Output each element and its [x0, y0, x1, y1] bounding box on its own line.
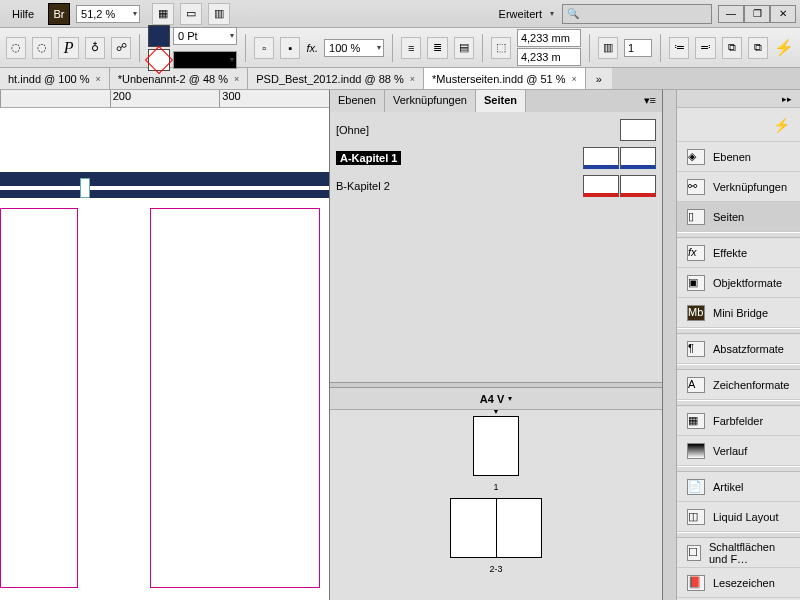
palette-farbfelder[interactable]: ▦Farbfelder [677, 406, 800, 436]
close-icon[interactable]: × [96, 74, 101, 84]
stroke-swatch[interactable] [148, 49, 170, 71]
palette-collapse-bar[interactable] [663, 90, 677, 600]
tab-label: PSD_Best_2012.indd @ 88 % [256, 73, 404, 85]
document-tab-strip: ht.indd @ 100 %× *Unbenannt-2 @ 48 %× PS… [0, 68, 800, 90]
pathfinder-icon[interactable]: ☍ [111, 37, 131, 59]
fx-icon[interactable]: ▪ [280, 37, 300, 59]
master-name: B-Kapitel 2 [336, 180, 390, 192]
zoom-dropdown[interactable]: 51,2 % [76, 5, 140, 23]
master-name: [Ohne] [336, 124, 369, 136]
palette-seiten[interactable]: ▯Seiten [677, 202, 800, 232]
tab-overflow-button[interactable]: » [586, 68, 612, 89]
palette-column: ▸▸ ⚡ ◈Ebenen ⚯Verknüpfungen ▯Seiten fxEf… [677, 90, 800, 600]
columns-icon[interactable]: ▥ [598, 37, 618, 59]
misc-icon[interactable]: ⧉ [748, 37, 768, 59]
fill-swatch[interactable] [148, 25, 170, 47]
master-thumb[interactable] [620, 119, 656, 141]
frame-fit-icon[interactable]: ⬚ [491, 37, 511, 59]
document-tab[interactable]: PSD_Best_2012.indd @ 88 %× [248, 68, 424, 89]
swatches-icon: ▦ [687, 413, 705, 429]
document-tab[interactable]: *Musterseiten.indd @ 51 %× [424, 68, 586, 89]
close-icon[interactable]: × [572, 74, 577, 84]
palette-verknuepfungen[interactable]: ⚯Verknüpfungen [677, 172, 800, 202]
tab-label: *Musterseiten.indd @ 51 % [432, 73, 565, 85]
selection-handle[interactable] [80, 178, 90, 198]
menubar: Hilfe Br 51,2 % ▦ ▭ ▥ Erweitert 🔍 — ❐ ✕ [0, 0, 800, 28]
palette-lesezeichen[interactable]: 📕Lesezeichen [677, 568, 800, 598]
opacity-field[interactable]: 100 % [324, 39, 384, 57]
master-thumb-spread[interactable] [583, 147, 656, 169]
workspace-dropdown[interactable]: Erweitert [495, 5, 556, 23]
align-icon[interactable]: ≕ [695, 37, 715, 59]
close-icon[interactable]: × [410, 74, 415, 84]
tab-label: ht.indd @ 100 % [8, 73, 90, 85]
arrange-icon[interactable]: ▥ [208, 3, 230, 25]
quick-apply-icon[interactable]: ⚡ [774, 38, 794, 57]
paragraph-styles-icon: ¶ [687, 341, 705, 357]
close-icon[interactable]: × [234, 74, 239, 84]
palette-schaltflaechen[interactable]: ☐Schaltflächen und F… [677, 538, 800, 568]
pages-icon: ▯ [687, 209, 705, 225]
search-input[interactable]: 🔍 [562, 4, 712, 24]
menu-help[interactable]: Hilfe [4, 4, 42, 24]
palette-collapse-button[interactable]: ▸▸ [677, 90, 800, 108]
links-icon: ⚯ [687, 179, 705, 195]
window-minimize-button[interactable]: — [718, 5, 744, 23]
bridge-icon: Mb [687, 305, 705, 321]
document-tab[interactable]: *Unbenannt-2 @ 48 %× [110, 68, 249, 89]
page-thumb-1[interactable] [473, 416, 519, 476]
window-restore-button[interactable]: ❐ [744, 5, 770, 23]
quick-apply-icon[interactable]: ⚡ [677, 108, 800, 142]
palette-liquid-layout[interactable]: ◫Liquid Layout [677, 502, 800, 532]
view-layout-icon[interactable]: ▦ [152, 3, 174, 25]
textwrap-icon[interactable]: ≡ [401, 37, 421, 59]
palette-absatzformate[interactable]: ¶Absatzformate [677, 334, 800, 364]
height-field[interactable]: 4,233 m [517, 48, 581, 66]
width-field[interactable]: 4,233 mm [517, 29, 581, 47]
textwrap-icon[interactable]: ≣ [427, 37, 447, 59]
article-icon: 📄 [687, 479, 705, 495]
align-icon[interactable]: ≔ [669, 37, 689, 59]
pages-panel: Ebenen Verknüpfungen Seiten ▾≡ [Ohne] A-… [330, 90, 663, 600]
pathfinder-icon[interactable]: ♁ [85, 37, 105, 59]
panel-tab-seiten[interactable]: Seiten [476, 90, 526, 112]
window-close-button[interactable]: ✕ [770, 5, 796, 23]
tool-icon[interactable]: ◌ [6, 37, 26, 59]
master-row-a[interactable]: A-Kapitel 1 [336, 144, 656, 172]
fx-label: fx. [306, 42, 318, 54]
bookmarks-icon: 📕 [687, 575, 705, 591]
columns-field[interactable]: 1 [624, 39, 652, 57]
document-tab[interactable]: ht.indd @ 100 %× [0, 68, 110, 89]
screenmode-icon[interactable]: ▭ [180, 3, 202, 25]
page-decoration-band [0, 190, 329, 198]
page-thumb-2-3[interactable] [450, 498, 542, 558]
page-number-label: 1 [493, 482, 498, 492]
search-icon: 🔍 [567, 8, 579, 19]
type-path-icon[interactable]: P [58, 37, 78, 59]
stroke-style-dropdown[interactable] [173, 51, 237, 69]
fx-icon[interactable]: ▫ [254, 37, 274, 59]
palette-minibridge[interactable]: MbMini Bridge [677, 298, 800, 328]
misc-icon[interactable]: ⧉ [722, 37, 742, 59]
stroke-weight-field[interactable]: 0 Pt [173, 27, 237, 45]
palette-zeichenformate[interactable]: AZeichenformate [677, 370, 800, 400]
palette-objektformate[interactable]: ▣Objektformate [677, 268, 800, 298]
palette-verlauf[interactable]: Verlauf [677, 436, 800, 466]
master-row-b[interactable]: B-Kapitel 2 [336, 172, 656, 200]
panel-tab-verknuepfungen[interactable]: Verknüpfungen [385, 90, 476, 112]
canvas-area[interactable]: 200300 [0, 90, 330, 600]
panel-tab-ebenen[interactable]: Ebenen [330, 90, 385, 112]
palette-artikel[interactable]: 📄Artikel [677, 472, 800, 502]
master-row-none[interactable]: [Ohne] [336, 116, 656, 144]
master-thumb-spread[interactable] [583, 175, 656, 197]
palette-effekte[interactable]: fxEffekte [677, 238, 800, 268]
page-size-dropdown[interactable]: A4 V▾ [330, 388, 662, 410]
tool-icon[interactable]: ◌ [32, 37, 52, 59]
control-bar: ◌ ◌ P ♁ ☍ 0 Pt ▫ ▪ fx. 100 % ≡ ≣ ▤ ⬚ 4,2… [0, 28, 800, 68]
tab-label: *Unbenannt-2 @ 48 % [118, 73, 228, 85]
panel-menu-icon[interactable]: ▾≡ [638, 90, 662, 112]
page-decoration-band [0, 172, 329, 186]
palette-ebenen[interactable]: ◈Ebenen [677, 142, 800, 172]
textwrap-icon[interactable]: ▤ [454, 37, 474, 59]
bridge-icon[interactable]: Br [48, 3, 70, 25]
